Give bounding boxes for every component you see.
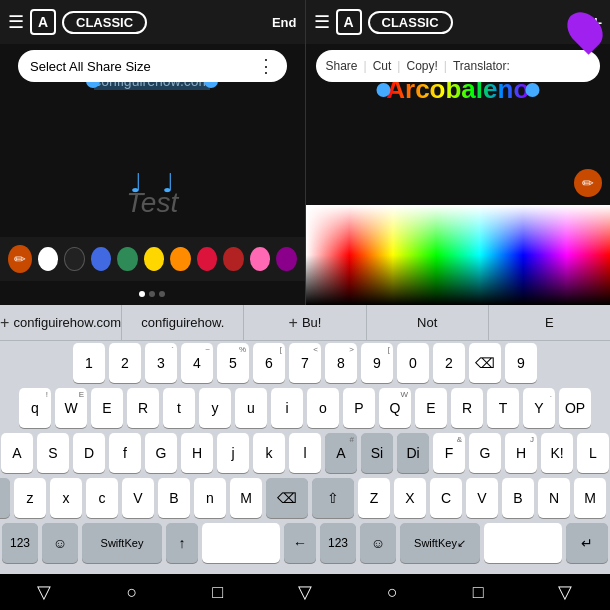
num-switch-key[interactable]: 123 bbox=[2, 523, 38, 563]
up-arrow-key[interactable]: ↑ bbox=[166, 523, 198, 563]
key-q[interactable]: q! bbox=[19, 388, 51, 428]
backspace-key[interactable]: ⌫ bbox=[266, 478, 308, 518]
key-z[interactable]: z bbox=[14, 478, 46, 518]
key-m[interactable]: M bbox=[230, 478, 262, 518]
key-y[interactable]: y bbox=[199, 388, 231, 428]
key-d[interactable]: D bbox=[73, 433, 105, 473]
key-i[interactable]: i bbox=[271, 388, 303, 428]
classic-button-right[interactable]: CLASSIC bbox=[368, 11, 453, 34]
color-orange[interactable] bbox=[170, 247, 190, 271]
key-v[interactable]: V bbox=[122, 478, 154, 518]
key-l2[interactable]: L bbox=[577, 433, 609, 473]
key-w[interactable]: WE bbox=[55, 388, 87, 428]
key-k2[interactable]: K! bbox=[541, 433, 573, 473]
selection-handle-arc-left[interactable] bbox=[376, 83, 390, 97]
key-f[interactable]: f bbox=[109, 433, 141, 473]
key-d2[interactable]: Di bbox=[397, 433, 429, 473]
context-share[interactable]: Share bbox=[326, 59, 358, 73]
nav-recents-2[interactable]: □ bbox=[473, 582, 484, 603]
key-s[interactable]: S bbox=[37, 433, 69, 473]
key-3[interactable]: 3` bbox=[145, 343, 177, 383]
key-n[interactable]: n bbox=[194, 478, 226, 518]
color-picker[interactable] bbox=[306, 205, 611, 305]
color-red2[interactable] bbox=[223, 247, 243, 271]
ac-section-4[interactable]: Not bbox=[367, 305, 489, 340]
nav-home[interactable]: ○ bbox=[126, 582, 137, 603]
left-arrow-key[interactable]: ← bbox=[284, 523, 316, 563]
context-bar-right[interactable]: Share | Cut | Copy! | Translator: bbox=[316, 50, 601, 82]
key-k[interactable]: k bbox=[253, 433, 285, 473]
emoji-key-2[interactable]: ☺ bbox=[360, 523, 396, 563]
key-o[interactable]: o bbox=[307, 388, 339, 428]
key-f2[interactable]: F& bbox=[433, 433, 465, 473]
nav-back[interactable]: ▽ bbox=[37, 581, 51, 603]
selection-handle-arc-right[interactable] bbox=[525, 83, 539, 97]
color-purple[interactable] bbox=[276, 247, 296, 271]
nav-recents[interactable]: □ bbox=[212, 582, 223, 603]
num-switch-key-2[interactable]: 123 bbox=[320, 523, 356, 563]
key-p[interactable]: P bbox=[343, 388, 375, 428]
key-6[interactable]: 6[ bbox=[253, 343, 285, 383]
context-copy[interactable]: Copy! bbox=[406, 59, 437, 73]
key-e[interactable]: E bbox=[91, 388, 123, 428]
menu-icon-right[interactable]: ☰ bbox=[314, 11, 330, 33]
key-j[interactable]: j bbox=[217, 433, 249, 473]
ac-section-3[interactable]: + Bu! bbox=[244, 305, 366, 340]
font-icon-left[interactable]: A bbox=[30, 9, 56, 35]
key-a2[interactable]: A# bbox=[325, 433, 357, 473]
key-x[interactable]: x bbox=[50, 478, 82, 518]
key-0[interactable]: 0 bbox=[397, 343, 429, 383]
key-u[interactable]: u bbox=[235, 388, 267, 428]
dropper-icon-left[interactable]: ✏ bbox=[8, 245, 32, 273]
key-2[interactable]: 2 bbox=[109, 343, 141, 383]
key-y2[interactable]: Y. bbox=[523, 388, 555, 428]
color-black[interactable] bbox=[64, 247, 85, 271]
shift-key[interactable]: ⇧ bbox=[0, 478, 10, 518]
space-key-2[interactable] bbox=[484, 523, 562, 563]
key-t2[interactable]: T bbox=[487, 388, 519, 428]
context-bar-left[interactable]: Select All Share Size ⋮ bbox=[18, 50, 287, 82]
key-x2[interactable]: X bbox=[394, 478, 426, 518]
key-z2[interactable]: Z bbox=[358, 478, 390, 518]
key-b[interactable]: B bbox=[158, 478, 190, 518]
context-translator[interactable]: Translator: bbox=[453, 59, 510, 73]
dropper-icon-right[interactable]: ✏ bbox=[574, 169, 602, 197]
enter-key[interactable]: ↵ bbox=[566, 523, 608, 563]
key-8[interactable]: 8> bbox=[325, 343, 357, 383]
menu-icon-left[interactable]: ☰ bbox=[8, 11, 24, 33]
key-g[interactable]: G bbox=[145, 433, 177, 473]
key-h[interactable]: H bbox=[181, 433, 213, 473]
key-h2[interactable]: HJ bbox=[505, 433, 537, 473]
color-blue[interactable] bbox=[91, 247, 111, 271]
key-t[interactable]: t bbox=[163, 388, 195, 428]
context-cut[interactable]: Cut bbox=[373, 59, 392, 73]
key-r2[interactable]: R bbox=[451, 388, 483, 428]
nav-back-2[interactable]: ▽ bbox=[298, 581, 312, 603]
space-key[interactable] bbox=[202, 523, 280, 563]
key-c2[interactable]: C bbox=[430, 478, 462, 518]
key-bs-del[interactable]: ⌫ bbox=[469, 343, 501, 383]
ac-section-5[interactable]: E bbox=[489, 305, 610, 340]
key-9b[interactable]: 9 bbox=[505, 343, 537, 383]
color-red1[interactable] bbox=[197, 247, 217, 271]
key-op[interactable]: OP bbox=[559, 388, 591, 428]
key-5[interactable]: 5% bbox=[217, 343, 249, 383]
swiftkey-left[interactable]: SwiftKey bbox=[82, 523, 162, 563]
key-si2[interactable]: Si bbox=[361, 433, 393, 473]
swiftkey-right[interactable]: SwiftKey↙ bbox=[400, 523, 480, 563]
color-white[interactable] bbox=[38, 247, 58, 271]
ac-section-1[interactable]: + configuirehow.com bbox=[0, 305, 122, 340]
color-yellow[interactable] bbox=[144, 247, 164, 271]
color-pink[interactable] bbox=[250, 247, 270, 271]
key-l[interactable]: l bbox=[289, 433, 321, 473]
key-7[interactable]: 7< bbox=[289, 343, 321, 383]
key-a[interactable]: A bbox=[1, 433, 33, 473]
key-m2[interactable]: M bbox=[574, 478, 606, 518]
key-bs-num[interactable]: 2 bbox=[433, 343, 465, 383]
key-9[interactable]: 9[ bbox=[361, 343, 393, 383]
ac-section-2[interactable]: configuirehow. bbox=[122, 305, 244, 340]
key-g2[interactable]: G bbox=[469, 433, 501, 473]
key-q2[interactable]: QW bbox=[379, 388, 411, 428]
key-r[interactable]: R bbox=[127, 388, 159, 428]
color-green[interactable] bbox=[117, 247, 137, 271]
